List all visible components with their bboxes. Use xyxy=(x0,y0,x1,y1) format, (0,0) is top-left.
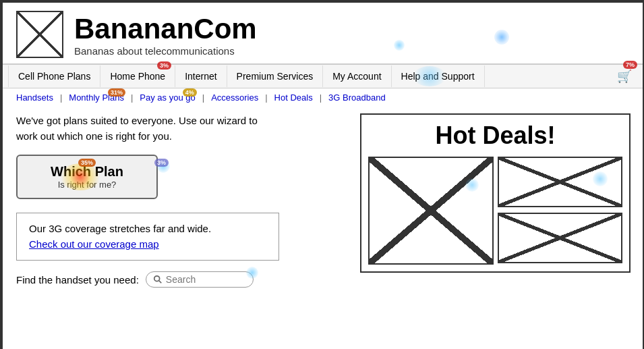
which-plan-title: Which Plan xyxy=(51,164,123,180)
nav-premium-services[interactable]: Premium Services xyxy=(227,65,324,87)
deal-image-small-top xyxy=(498,157,623,207)
subnav-sep-2: | xyxy=(131,92,133,103)
coverage-box: Our 3G coverage stretches far and wide. … xyxy=(16,213,279,261)
subnav-hot-deals[interactable]: Hot Deals xyxy=(274,92,313,103)
right-column: Hot Deals! xyxy=(360,113,631,288)
search-input[interactable] xyxy=(166,274,246,285)
intro-text: We've got plans suited to everyone. Use … xyxy=(16,113,272,144)
cart-button[interactable]: 🛒 xyxy=(610,65,639,88)
site-title: BanananCom xyxy=(74,13,257,45)
subnav-sep-4: | xyxy=(265,92,267,103)
deal-image-large xyxy=(368,157,494,265)
hot-deals-box: Hot Deals! xyxy=(360,113,631,273)
svg-point-0 xyxy=(154,276,160,281)
coverage-map-link[interactable]: Check out our coverage map xyxy=(29,238,159,250)
deals-grid xyxy=(368,157,622,265)
search-icon xyxy=(153,275,163,284)
nav-internet[interactable]: Internet xyxy=(175,65,227,87)
subnav: Handsets | Monthly Plans 31% | Pay as yo… xyxy=(3,88,644,107)
subnav-handsets[interactable]: Handsets xyxy=(16,92,53,103)
nav-help-support[interactable]: Help and Support xyxy=(392,65,485,87)
site-tagline: Bananas about telecommunications xyxy=(74,45,257,57)
header: BanananCom Bananas about telecommunicati… xyxy=(3,3,644,64)
which-plan-button[interactable]: Which Plan Is right for me? 35% 3% xyxy=(16,155,158,199)
nav-my-account[interactable]: My Account xyxy=(323,65,391,87)
left-column: We've got plans suited to everyone. Use … xyxy=(16,113,347,288)
which-plan-subtitle: Is right for me? xyxy=(58,180,117,190)
search-label: Find the handset you need: xyxy=(16,274,139,286)
subnav-monthly-plans[interactable]: Monthly Plans 31% xyxy=(69,92,124,103)
nav-home-phone[interactable]: Home Phone 3% xyxy=(100,65,175,87)
main-content: We've got plans suited to everyone. Use … xyxy=(3,107,644,294)
search-row: Find the handset you need: xyxy=(16,271,347,288)
subnav-sep-5: | xyxy=(320,92,322,103)
subnav-3g-broadband[interactable]: 3G Broadband xyxy=(328,92,386,103)
deal-image-small-bottom xyxy=(498,213,623,263)
subnav-payg[interactable]: Pay as you go 4% xyxy=(140,92,195,103)
subnav-accessories[interactable]: Accessories xyxy=(211,92,258,103)
nav-cell-phone-plans[interactable]: Cell Phone Plans 7% xyxy=(8,65,100,87)
navbar: Cell Phone Plans 7% Home Phone 3% Intern… xyxy=(3,64,644,88)
subnav-sep-3: | xyxy=(202,92,204,103)
coverage-text: Our 3G coverage stretches far and wide. xyxy=(29,223,266,234)
subnav-sep-1: | xyxy=(60,92,62,103)
logo-text: BanananCom Bananas about telecommunicati… xyxy=(74,13,257,57)
hot-deals-title: Hot Deals! xyxy=(368,122,622,150)
svg-line-1 xyxy=(159,281,162,284)
search-input-wrap xyxy=(146,271,254,288)
logo-image xyxy=(16,11,63,58)
